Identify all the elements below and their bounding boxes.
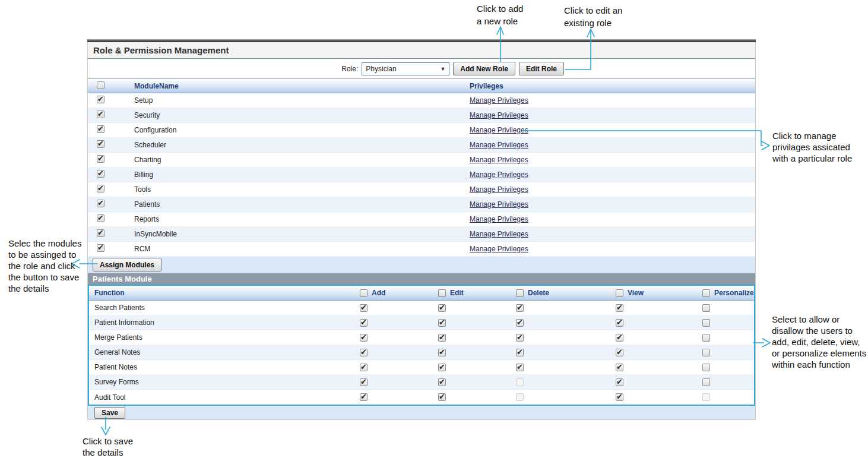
manage-privileges-link[interactable]: Manage Privileges xyxy=(470,170,528,179)
view-checkbox[interactable] xyxy=(616,393,623,401)
add-checkbox[interactable] xyxy=(360,349,368,356)
module-checkbox[interactable] xyxy=(97,155,104,163)
function-table-annotation-rect: Function Add Edit Delete View xyxy=(88,285,755,406)
module-checkbox[interactable] xyxy=(97,185,104,192)
module-row: Charting Manage Privileges xyxy=(88,153,755,168)
save-band: Save xyxy=(88,406,755,419)
personalize-checkbox[interactable] xyxy=(702,378,710,386)
personalize-checkbox[interactable] xyxy=(702,334,710,342)
select-all-edit-checkbox[interactable] xyxy=(438,289,446,297)
function-row: Survey Forms xyxy=(89,375,754,390)
module-row: InSyncMobile Manage Privileges xyxy=(88,227,755,242)
manage-privileges-link[interactable]: Manage Privileges xyxy=(470,215,528,223)
view-checkbox[interactable] xyxy=(616,378,623,386)
personalize-checkbox[interactable] xyxy=(702,349,710,356)
module-name: InSyncMobile xyxy=(125,230,470,238)
view-checkbox[interactable] xyxy=(616,334,623,342)
function-name: Survey Forms xyxy=(89,378,355,386)
role-select[interactable]: Physician ▼ xyxy=(362,62,449,75)
note-assign-modules: Selec the modules to be assinged to the … xyxy=(8,238,81,294)
manage-privileges-link[interactable]: Manage Privileges xyxy=(470,141,528,149)
module-name: Tools xyxy=(125,185,470,194)
edit-checkbox[interactable] xyxy=(438,364,446,371)
delete-checkbox[interactable] xyxy=(516,364,524,371)
delete-checkbox[interactable] xyxy=(516,319,524,327)
module-checkbox[interactable] xyxy=(97,170,104,178)
personalize-checkbox[interactable] xyxy=(702,304,710,312)
view-checkbox[interactable] xyxy=(616,304,623,312)
add-checkbox[interactable] xyxy=(360,393,368,401)
delete-checkbox[interactable] xyxy=(516,304,524,312)
edit-checkbox[interactable] xyxy=(438,349,446,356)
edit-checkbox[interactable] xyxy=(438,378,446,386)
manage-privileges-link[interactable]: Manage Privileges xyxy=(470,156,528,164)
personalize-checkbox[interactable] xyxy=(702,364,710,371)
delete-checkbox xyxy=(516,393,524,401)
manage-privileges-link[interactable]: Manage Privileges xyxy=(470,96,528,105)
select-all-modules-checkbox[interactable] xyxy=(97,81,104,89)
delete-checkbox[interactable] xyxy=(516,349,524,356)
privileges-column-header: Privileges xyxy=(470,82,755,90)
edit-checkbox[interactable] xyxy=(438,393,446,401)
assign-band: Assign Modules xyxy=(88,257,755,273)
delete-checkbox[interactable] xyxy=(516,334,524,342)
select-all-personalize-checkbox[interactable] xyxy=(702,289,710,297)
view-checkbox[interactable] xyxy=(616,319,623,327)
module-checkbox[interactable] xyxy=(97,214,104,222)
view-checkbox[interactable] xyxy=(616,349,623,356)
edit-checkbox[interactable] xyxy=(438,319,446,327)
save-button[interactable]: Save xyxy=(94,407,125,419)
view-checkbox[interactable] xyxy=(616,364,623,371)
note-save: Click to save the details xyxy=(83,435,133,458)
add-checkbox[interactable] xyxy=(360,319,368,327)
select-all-add-checkbox[interactable] xyxy=(360,289,368,297)
module-checkbox[interactable] xyxy=(97,110,104,118)
module-name: RCM xyxy=(125,245,470,253)
edit-role-button[interactable]: Edit Role xyxy=(519,62,564,75)
select-all-view-checkbox[interactable] xyxy=(616,289,623,297)
add-checkbox[interactable] xyxy=(360,364,368,371)
manage-privileges-link[interactable]: Manage Privileges xyxy=(470,185,528,194)
personalize-checkbox xyxy=(702,393,710,401)
module-row: Setup Manage Privileges xyxy=(88,93,755,108)
module-row: Scheduler Manage Privileges xyxy=(88,138,755,153)
manage-privileges-link[interactable]: Manage Privileges xyxy=(470,245,528,253)
module-checkbox[interactable] xyxy=(97,125,104,133)
role-select-value: Physician xyxy=(366,65,396,73)
role-toolbar: Role: Physician ▼ Add New Role Edit Role xyxy=(88,59,755,78)
add-checkbox[interactable] xyxy=(360,334,368,342)
module-name: Setup xyxy=(125,96,470,105)
manage-privileges-link[interactable]: Manage Privileges xyxy=(470,230,528,238)
role-permission-panel: Role & Permission Management Role: Physi… xyxy=(87,39,756,420)
personalize-checkbox[interactable] xyxy=(702,319,710,327)
panel-body: Role: Physician ▼ Add New Role Edit Role… xyxy=(87,59,756,420)
module-checkbox[interactable] xyxy=(97,96,104,103)
add-column-header: Add xyxy=(372,289,385,297)
module-checkbox[interactable] xyxy=(97,200,104,207)
module-checkbox[interactable] xyxy=(97,229,104,237)
manage-privileges-link[interactable]: Manage Privileges xyxy=(470,200,528,209)
module-row: RCM Manage Privileges xyxy=(88,242,755,257)
add-checkbox[interactable] xyxy=(360,378,368,386)
assign-modules-button[interactable]: Assign Modules xyxy=(93,258,161,271)
module-name: Charting xyxy=(125,156,470,164)
add-checkbox[interactable] xyxy=(360,304,368,312)
module-row: Security Manage Privileges xyxy=(88,108,755,123)
edit-checkbox[interactable] xyxy=(438,304,446,312)
note-permissions: Select to allow or disallow the users to… xyxy=(772,314,866,370)
module-name-column-header: ModuleName xyxy=(125,82,470,90)
function-row: Patient Information xyxy=(89,315,754,330)
function-row: General Notes xyxy=(89,345,754,360)
module-checkbox[interactable] xyxy=(97,140,104,148)
module-row: Patients Manage Privileges xyxy=(88,197,755,212)
module-checkbox[interactable] xyxy=(97,244,104,252)
function-name: Audit Tool xyxy=(89,393,355,402)
module-table-header: ModuleName Privileges xyxy=(88,78,755,93)
add-new-role-button[interactable]: Add New Role xyxy=(453,62,515,75)
manage-privileges-link[interactable]: Manage Privileges xyxy=(470,126,528,134)
patients-module-section-header: Patients Module xyxy=(88,273,755,285)
edit-checkbox[interactable] xyxy=(438,334,446,342)
manage-privileges-link[interactable]: Manage Privileges xyxy=(470,111,528,119)
function-name: Merge Patients xyxy=(89,333,355,342)
select-all-delete-checkbox[interactable] xyxy=(516,289,524,297)
